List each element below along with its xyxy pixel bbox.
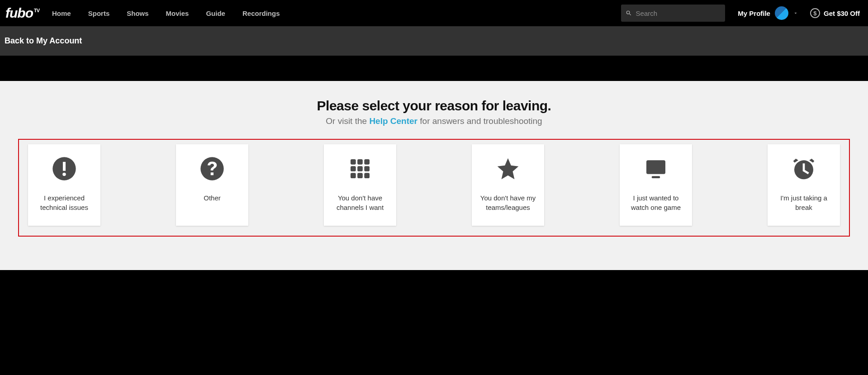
svg-rect-13 [646, 160, 665, 174]
back-to-account-link[interactable]: Back to My Account [5, 36, 82, 45]
svg-rect-6 [364, 159, 370, 165]
reason-label: Other [204, 193, 221, 203]
reason-label: I experienced technical issues [33, 193, 96, 212]
svg-rect-14 [652, 176, 660, 178]
reasons-highlight-box: I experienced technical issues Other You… [18, 139, 850, 237]
reason-label: I'm just taking a break [772, 193, 835, 212]
subtitle-pre: Or visit the [326, 116, 369, 126]
exclamation-icon [52, 156, 77, 181]
svg-rect-9 [364, 166, 370, 171]
search-input[interactable] [636, 9, 721, 17]
reason-label: You don't have my teams/leagues [476, 193, 540, 212]
brand-suffix: TV [34, 8, 39, 13]
svg-rect-11 [357, 173, 363, 178]
svg-rect-10 [351, 173, 356, 178]
reason-missing-teams[interactable]: You don't have my teams/leagues [472, 144, 544, 226]
nav-movies[interactable]: Movies [166, 9, 189, 17]
reason-other[interactable]: Other [176, 144, 248, 226]
promo-label: Get $30 Off [824, 9, 860, 17]
monitor-icon [643, 156, 669, 181]
nav-sports[interactable]: Sports [88, 9, 110, 17]
search-box[interactable] [621, 5, 725, 22]
chevron-down-icon [793, 10, 798, 16]
reason-taking-break[interactable]: I'm just taking a break [768, 144, 840, 226]
brand-name: fubo [5, 5, 33, 21]
svg-rect-1 [63, 162, 66, 171]
reason-label: You don't have channels I want [328, 193, 392, 212]
grid-icon [347, 156, 373, 181]
nav-shows[interactable]: Shows [127, 9, 148, 17]
star-icon [495, 156, 521, 181]
help-center-link[interactable]: Help Center [369, 116, 417, 126]
subheader: Back to My Account [0, 26, 868, 56]
svg-rect-8 [357, 166, 363, 171]
nav-items: Home Sports Shows Movies Guide Recording… [52, 9, 280, 17]
brand-logo[interactable]: fuboTV [5, 5, 39, 21]
alarm-clock-icon [791, 156, 816, 181]
reason-one-game[interactable]: I just wanted to watch one game [620, 144, 692, 226]
profile-menu[interactable]: My Profile [738, 6, 798, 20]
nav-guide[interactable]: Guide [206, 9, 225, 17]
avatar [775, 6, 788, 20]
page-subtitle: Or visit the Help Center for answers and… [0, 116, 868, 126]
main-panel: Please select your reason for leaving. O… [0, 81, 868, 270]
svg-rect-4 [351, 159, 356, 165]
svg-point-2 [62, 173, 66, 176]
nav-recordings[interactable]: Recordings [242, 9, 280, 17]
search-icon [626, 9, 632, 17]
svg-rect-12 [364, 173, 370, 178]
question-icon [199, 156, 225, 181]
subtitle-post: for answers and troubleshooting [417, 116, 542, 126]
page-title: Please select your reason for leaving. [0, 98, 868, 114]
svg-rect-5 [357, 159, 363, 165]
reason-label: I just wanted to watch one game [624, 193, 688, 212]
reason-missing-channels[interactable]: You don't have channels I want [324, 144, 396, 226]
dollar-icon: $ [810, 8, 820, 18]
profile-label: My Profile [738, 9, 770, 17]
headings: Please select your reason for leaving. O… [0, 98, 868, 126]
svg-rect-7 [351, 166, 356, 171]
reason-technical-issues[interactable]: I experienced technical issues [28, 144, 100, 226]
promo-button[interactable]: $ Get $30 Off [810, 8, 860, 18]
nav-home[interactable]: Home [52, 9, 71, 17]
spacer-band [0, 56, 868, 81]
top-nav: fuboTV Home Sports Shows Movies Guide Re… [0, 0, 868, 26]
footer-band [0, 270, 868, 333]
